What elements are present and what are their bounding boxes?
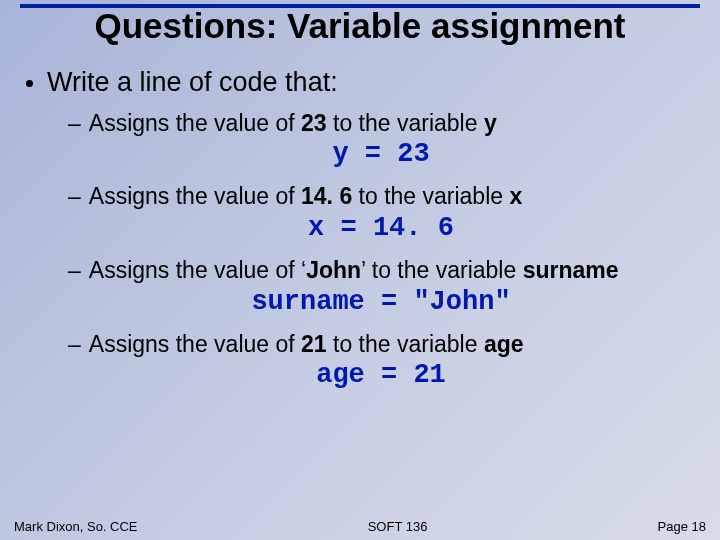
code-line: surname = "John" (68, 287, 694, 317)
text-mid: ’ to the variable (361, 257, 523, 283)
footer: Mark Dixon, So. CCE SOFT 136 Page 18 (14, 519, 706, 534)
slide-title: Questions: Variable assignment (0, 8, 720, 45)
sub-bullet: – Assigns the value of 14. 6 to the vari… (68, 183, 694, 211)
text-mid: to the variable (327, 110, 484, 136)
footer-center: SOFT 136 (368, 519, 428, 534)
sub-bullet-text: Assigns the value of 14. 6 to the variab… (89, 183, 522, 211)
dash-icon: – (68, 110, 81, 138)
text-value: John (306, 257, 361, 283)
text-value: 14. 6 (301, 183, 352, 209)
sub-bullet: – Assigns the value of 23 to the variabl… (68, 110, 694, 138)
bullet-intro: Write a line of code that: (26, 67, 694, 98)
text-var: age (484, 331, 524, 357)
sub-bullet-text: Assigns the value of 21 to the variable … (89, 331, 524, 359)
text-pre: Assigns the value of ‘ (89, 257, 306, 283)
sub-bullet: – Assigns the value of 21 to the variabl… (68, 331, 694, 359)
text-var: x (509, 183, 522, 209)
dash-icon: – (68, 257, 81, 285)
text-value: 21 (301, 331, 327, 357)
bullet-dot-icon (26, 80, 33, 87)
dash-icon: – (68, 183, 81, 211)
text-pre: Assigns the value of (89, 110, 301, 136)
text-mid: to the variable (352, 183, 509, 209)
dash-icon: – (68, 331, 81, 359)
content-area: Write a line of code that: – Assigns the… (0, 45, 720, 390)
footer-left: Mark Dixon, So. CCE (14, 519, 138, 534)
sub-bullets: – Assigns the value of 23 to the variabl… (68, 110, 694, 390)
code-line: age = 21 (68, 360, 694, 390)
text-var: surname (523, 257, 619, 283)
text-var: y (484, 110, 497, 136)
text-value: 23 (301, 110, 327, 136)
sub-bullet-text: Assigns the value of 23 to the variable … (89, 110, 497, 138)
text-pre: Assigns the value of (89, 331, 301, 357)
code-line: y = 23 (68, 139, 694, 169)
sub-bullet: – Assigns the value of ‘John’ to the var… (68, 257, 694, 285)
text-mid: to the variable (327, 331, 484, 357)
sub-bullet-text: Assigns the value of ‘John’ to the varia… (89, 257, 619, 285)
intro-text: Write a line of code that: (47, 67, 338, 98)
footer-right: Page 18 (658, 519, 706, 534)
text-pre: Assigns the value of (89, 183, 301, 209)
code-line: x = 14. 6 (68, 213, 694, 243)
